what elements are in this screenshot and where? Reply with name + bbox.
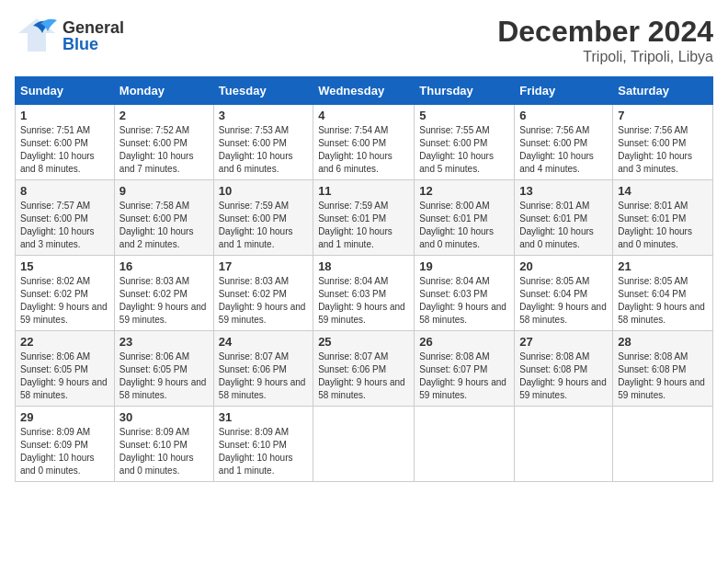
calendar-cell: 18Sunrise: 8:04 AMSunset: 6:03 PMDayligh… (313, 256, 415, 331)
calendar-cell: 20Sunrise: 8:05 AMSunset: 6:04 PMDayligh… (515, 256, 613, 331)
day-info: Sunrise: 7:56 AMSunset: 6:00 PMDaylight:… (618, 125, 692, 174)
day-header-friday: Friday (515, 77, 613, 105)
calendar-cell: 8Sunrise: 7:57 AMSunset: 6:00 PMDaylight… (16, 180, 115, 256)
week-row-4: 22Sunrise: 8:06 AMSunset: 6:05 PMDayligh… (16, 331, 713, 407)
calendar-cell: 15Sunrise: 8:02 AMSunset: 6:02 PMDayligh… (16, 256, 115, 331)
calendar-cell: 1Sunrise: 7:51 AMSunset: 6:00 PMDaylight… (16, 105, 115, 180)
day-info: Sunrise: 8:04 AMSunset: 6:03 PMDaylight:… (419, 276, 506, 325)
day-info: Sunrise: 8:06 AMSunset: 6:05 PMDaylight:… (119, 351, 207, 400)
day-number: 19 (419, 259, 509, 273)
calendar-cell: 19Sunrise: 8:04 AMSunset: 6:03 PMDayligh… (415, 256, 515, 331)
calendar-cell: 26Sunrise: 8:08 AMSunset: 6:07 PMDayligh… (415, 331, 515, 407)
days-header-row: SundayMondayTuesdayWednesdayThursdayFrid… (16, 77, 713, 105)
day-info: Sunrise: 7:55 AMSunset: 6:00 PMDaylight:… (419, 125, 494, 174)
calendar-cell: 2Sunrise: 7:52 AMSunset: 6:00 PMDaylight… (114, 105, 213, 180)
day-number: 17 (219, 259, 308, 273)
day-number: 27 (519, 335, 608, 349)
day-number: 13 (519, 184, 608, 198)
day-header-wednesday: Wednesday (313, 77, 415, 105)
day-info: Sunrise: 8:02 AMSunset: 6:02 PMDaylight:… (20, 276, 108, 325)
calendar-cell: 11Sunrise: 7:59 AMSunset: 6:01 PMDayligh… (313, 180, 415, 256)
logo-blue: Blue (63, 36, 124, 52)
day-header-thursday: Thursday (415, 77, 515, 105)
day-number: 7 (618, 109, 708, 122)
day-number: 4 (318, 109, 409, 122)
day-info: Sunrise: 8:01 AMSunset: 6:01 PMDaylight:… (618, 201, 692, 249)
calendar-cell: 12Sunrise: 8:00 AMSunset: 6:01 PMDayligh… (415, 180, 515, 256)
day-info: Sunrise: 8:09 AMSunset: 6:10 PMDaylight:… (219, 427, 293, 476)
day-number: 1 (20, 109, 109, 122)
day-info: Sunrise: 8:08 AMSunset: 6:08 PMDaylight:… (618, 351, 705, 400)
day-number: 21 (618, 259, 708, 273)
day-info: Sunrise: 8:09 AMSunset: 6:10 PMDaylight:… (119, 427, 194, 476)
logo-text: General Blue (63, 19, 124, 52)
day-number: 11 (318, 184, 409, 198)
title-block: December 2024 Tripoli, Tripoli, Libya (497, 15, 713, 65)
calendar-cell: 17Sunrise: 8:03 AMSunset: 6:02 PMDayligh… (213, 256, 313, 331)
week-row-3: 15Sunrise: 8:02 AMSunset: 6:02 PMDayligh… (16, 256, 713, 331)
week-row-2: 8Sunrise: 7:57 AMSunset: 6:00 PMDaylight… (16, 180, 713, 256)
page-header: General Blue December 2024 Tripoli, Trip… (15, 15, 713, 65)
day-number: 8 (20, 184, 109, 198)
calendar-cell: 14Sunrise: 8:01 AMSunset: 6:01 PMDayligh… (613, 180, 713, 256)
calendar-cell: 6Sunrise: 7:56 AMSunset: 6:00 PMDaylight… (515, 105, 613, 180)
calendar-cell: 24Sunrise: 8:07 AMSunset: 6:06 PMDayligh… (213, 331, 313, 407)
day-info: Sunrise: 7:59 AMSunset: 6:01 PMDaylight:… (318, 201, 392, 249)
calendar-cell: 25Sunrise: 8:07 AMSunset: 6:06 PMDayligh… (313, 331, 415, 407)
week-row-1: 1Sunrise: 7:51 AMSunset: 6:00 PMDaylight… (16, 105, 713, 180)
day-header-monday: Monday (114, 77, 213, 105)
day-info: Sunrise: 7:52 AMSunset: 6:00 PMDaylight:… (119, 125, 194, 174)
page-title: December 2024 (497, 15, 713, 49)
day-info: Sunrise: 8:09 AMSunset: 6:09 PMDaylight:… (20, 427, 95, 476)
page-subtitle: Tripoli, Tripoli, Libya (497, 49, 713, 65)
day-number: 23 (119, 335, 209, 349)
calendar-cell: 4Sunrise: 7:54 AMSunset: 6:00 PMDaylight… (313, 105, 415, 180)
day-number: 14 (618, 184, 708, 198)
day-info: Sunrise: 8:07 AMSunset: 6:06 PMDaylight:… (318, 351, 405, 400)
day-info: Sunrise: 8:01 AMSunset: 6:01 PMDaylight:… (519, 201, 594, 249)
bird-icon (15, 17, 59, 53)
day-info: Sunrise: 8:05 AMSunset: 6:04 PMDaylight:… (618, 276, 705, 325)
calendar-cell: 29Sunrise: 8:09 AMSunset: 6:09 PMDayligh… (16, 407, 115, 482)
day-number: 15 (20, 259, 109, 273)
calendar-cell: 23Sunrise: 8:06 AMSunset: 6:05 PMDayligh… (114, 331, 213, 407)
day-number: 10 (219, 184, 308, 198)
day-info: Sunrise: 7:56 AMSunset: 6:00 PMDaylight:… (519, 125, 594, 174)
logo-general: General (63, 19, 124, 36)
calendar-cell: 10Sunrise: 7:59 AMSunset: 6:00 PMDayligh… (213, 180, 313, 256)
day-info: Sunrise: 8:07 AMSunset: 6:06 PMDaylight:… (219, 351, 306, 400)
day-info: Sunrise: 8:03 AMSunset: 6:02 PMDaylight:… (219, 276, 306, 325)
calendar-cell: 27Sunrise: 8:08 AMSunset: 6:08 PMDayligh… (515, 331, 613, 407)
calendar-cell: 3Sunrise: 7:53 AMSunset: 6:00 PMDaylight… (213, 105, 313, 180)
day-info: Sunrise: 7:54 AMSunset: 6:00 PMDaylight:… (318, 125, 392, 174)
day-info: Sunrise: 7:59 AMSunset: 6:00 PMDaylight:… (219, 201, 293, 249)
calendar-cell: 9Sunrise: 7:58 AMSunset: 6:00 PMDaylight… (114, 180, 213, 256)
day-number: 9 (119, 184, 209, 198)
week-row-5: 29Sunrise: 8:09 AMSunset: 6:09 PMDayligh… (16, 407, 713, 482)
day-number: 26 (419, 335, 509, 349)
day-header-tuesday: Tuesday (213, 77, 313, 105)
day-number: 28 (618, 335, 708, 349)
day-info: Sunrise: 8:08 AMSunset: 6:08 PMDaylight:… (519, 351, 607, 400)
calendar-cell: 22Sunrise: 8:06 AMSunset: 6:05 PMDayligh… (16, 331, 115, 407)
calendar-cell (613, 407, 713, 482)
day-number: 2 (119, 109, 209, 122)
day-number: 24 (219, 335, 308, 349)
calendar-cell (313, 407, 415, 482)
day-info: Sunrise: 7:58 AMSunset: 6:00 PMDaylight:… (119, 201, 194, 249)
logo: General Blue (15, 15, 124, 57)
day-info: Sunrise: 8:05 AMSunset: 6:04 PMDaylight:… (519, 276, 607, 325)
day-number: 5 (419, 109, 509, 122)
day-number: 29 (20, 410, 109, 424)
day-number: 18 (318, 259, 409, 273)
day-info: Sunrise: 8:04 AMSunset: 6:03 PMDaylight:… (318, 276, 405, 325)
day-info: Sunrise: 7:51 AMSunset: 6:00 PMDaylight:… (20, 125, 95, 174)
calendar-table: SundayMondayTuesdayWednesdayThursdayFrid… (15, 76, 713, 482)
calendar-cell (515, 407, 613, 482)
day-number: 31 (219, 410, 308, 424)
day-number: 6 (519, 109, 608, 122)
day-number: 12 (419, 184, 509, 198)
day-number: 22 (20, 335, 109, 349)
calendar-cell: 13Sunrise: 8:01 AMSunset: 6:01 PMDayligh… (515, 180, 613, 256)
day-info: Sunrise: 8:08 AMSunset: 6:07 PMDaylight:… (419, 351, 506, 400)
